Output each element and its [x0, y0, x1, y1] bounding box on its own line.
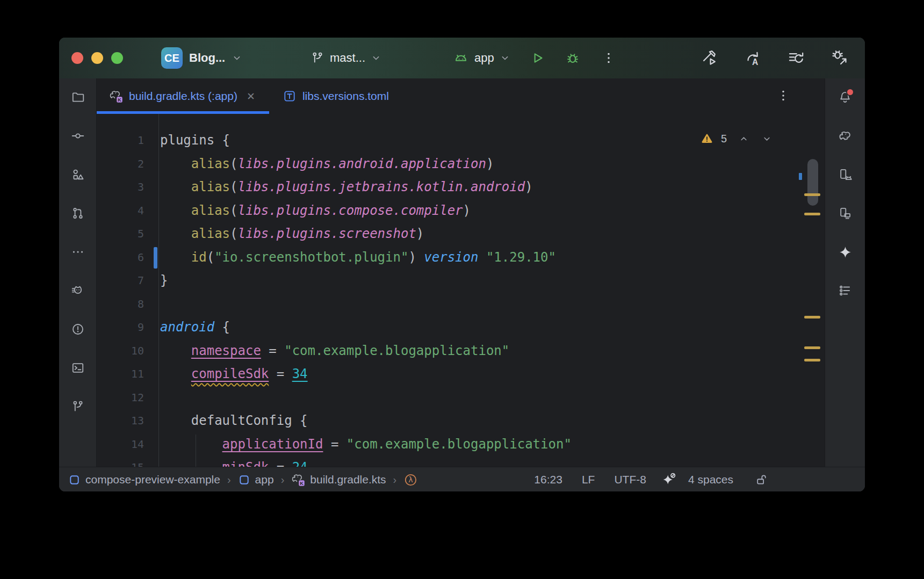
breadcrumb-file[interactable]: K build.gradle.kts — [291, 473, 386, 487]
warning-stripe-mark[interactable] — [804, 346, 820, 349]
module-icon — [68, 474, 81, 486]
line-number[interactable]: 8 — [97, 293, 144, 316]
module-icon — [238, 474, 250, 486]
code-line[interactable]: alias(libs.plugins.android.application) — [160, 153, 792, 176]
line-separator-widget[interactable]: LF — [582, 473, 595, 486]
code-line[interactable]: namespace = "com.example.blogapplication… — [160, 339, 792, 363]
vcs-change-marker[interactable] — [154, 247, 157, 269]
structure-button[interactable] — [838, 284, 852, 298]
gradle-button[interactable] — [838, 129, 852, 143]
logcat-button[interactable] — [71, 284, 85, 298]
apply-changes-button[interactable]: A — [743, 49, 762, 67]
line-number[interactable]: 6 — [97, 246, 144, 270]
unlock-icon[interactable] — [755, 473, 768, 487]
close-window-button[interactable] — [71, 52, 83, 64]
code-line[interactable]: alias(libs.plugins.compose.compiler) — [160, 199, 792, 223]
build-button[interactable] — [700, 49, 718, 67]
apply-code-changes-button[interactable] — [787, 49, 805, 67]
line-number[interactable]: 14 — [97, 433, 144, 457]
problems-button[interactable] — [71, 322, 85, 336]
breadcrumb-project[interactable]: compose-preview-example — [68, 473, 220, 486]
code-line[interactable]: applicationId = "com.example.blogapplica… — [160, 433, 792, 457]
more-actions-button[interactable] — [602, 51, 616, 65]
line-number[interactable]: 1 — [97, 129, 144, 153]
encoding-widget[interactable]: UTF-8 — [614, 473, 646, 486]
commit-icon — [71, 129, 85, 143]
ai-assistant-disabled-icon[interactable] — [661, 472, 676, 487]
run-button[interactable] — [530, 50, 545, 66]
code-lines[interactable]: plugins { alias(libs.plugins.android.app… — [160, 129, 792, 467]
line-number[interactable]: 13 — [97, 409, 144, 433]
tab-options-button[interactable] — [776, 87, 790, 104]
device-manager-icon — [838, 206, 852, 220]
line-number[interactable]: 4 — [97, 199, 144, 223]
code-line[interactable] — [160, 293, 792, 316]
line-number[interactable]: 5 — [97, 222, 144, 246]
chevron-down-icon — [232, 53, 242, 63]
title-bar: CE Blog... mast... app A — [59, 38, 865, 78]
code-line[interactable]: defaultConfig { — [160, 409, 792, 433]
running-devices-button[interactable] — [838, 168, 852, 182]
code-line[interactable]: compileSdk = 34 — [160, 363, 792, 386]
project-selector[interactable]: CE Blog... — [161, 47, 242, 69]
tab-libs-versions-toml[interactable]: libs.versions.toml — [270, 78, 403, 114]
code-line[interactable]: plugins { — [160, 129, 792, 153]
pull-requests-button[interactable] — [71, 206, 85, 220]
code-line[interactable] — [160, 386, 792, 410]
resource-manager-button[interactable] — [71, 168, 85, 182]
device-manager-button[interactable] — [838, 206, 852, 220]
breadcrumb-module[interactable]: app — [238, 473, 274, 486]
breadcrumb-label: build.gradle.kts — [310, 473, 386, 486]
code-line[interactable]: alias(libs.plugins.jetbrains.kotlin.andr… — [160, 176, 792, 199]
indent-widget[interactable]: 4 spaces — [688, 473, 733, 486]
problems-icon — [71, 322, 85, 336]
previous-problem-button[interactable] — [739, 134, 749, 144]
project-button[interactable] — [71, 90, 85, 104]
breadcrumbs: compose-preview-example › app › K build.… — [68, 467, 418, 491]
scrollbar-thumb[interactable] — [807, 159, 818, 206]
breadcrumb-label: app — [255, 473, 274, 486]
attach-debugger-button[interactable] — [831, 49, 849, 67]
warning-stripe-mark[interactable] — [804, 316, 820, 319]
line-number[interactable]: 12 — [97, 386, 144, 410]
chevron-down-icon — [371, 53, 381, 63]
line-number[interactable]: 11 — [97, 363, 144, 386]
warning-stripe-mark[interactable] — [804, 193, 820, 196]
inspection-widget[interactable]: 5 — [701, 132, 772, 145]
more-tool-windows-button[interactable] — [71, 245, 85, 259]
commit-button[interactable] — [71, 129, 85, 143]
line-number[interactable]: 7 — [97, 269, 144, 293]
version-control-button[interactable] — [71, 400, 85, 414]
close-tab-icon[interactable]: ✕ — [247, 90, 255, 103]
kotlin-script-icon[interactable]: λ — [403, 473, 418, 487]
change-stripe-mark[interactable] — [799, 173, 802, 180]
gemini-button[interactable] — [838, 245, 852, 259]
branch-selector[interactable]: mast... — [311, 47, 381, 69]
line-number[interactable]: 2 — [97, 153, 144, 176]
code-line[interactable]: android { — [160, 316, 792, 339]
line-number[interactable]: 10 — [97, 339, 144, 363]
project-name: Blog... — [189, 51, 225, 65]
chevron-down-icon[interactable] — [500, 53, 510, 63]
code-line[interactable]: } — [160, 269, 792, 293]
notifications-button[interactable] — [838, 90, 852, 104]
code-editor[interactable]: 123456789101112131415 plugins { alias(li… — [97, 114, 825, 467]
warning-stripe-mark[interactable] — [804, 359, 820, 361]
line-number[interactable]: 15 — [97, 456, 144, 467]
line-number-gutter[interactable]: 123456789101112131415 — [97, 129, 144, 467]
tab-build-gradle-kts[interactable]: K build.gradle.kts (:app) ✕ — [97, 78, 269, 114]
next-problem-button[interactable] — [762, 134, 772, 144]
version-control-icon — [71, 400, 85, 414]
code-line[interactable]: id("io.screenshotbot.plugin") version "1… — [160, 246, 792, 270]
zoom-window-button[interactable] — [111, 52, 123, 64]
run-configuration[interactable]: app — [474, 51, 494, 65]
terminal-button[interactable] — [71, 361, 85, 375]
warning-stripe-mark[interactable] — [804, 213, 820, 215]
line-number[interactable]: 3 — [97, 176, 144, 199]
debug-button[interactable] — [565, 50, 580, 66]
code-line[interactable]: alias(libs.plugins.screenshot) — [160, 222, 792, 246]
minimize-window-button[interactable] — [91, 52, 103, 64]
code-line[interactable]: minSdk = 24 — [160, 456, 792, 467]
line-number[interactable]: 9 — [97, 316, 144, 339]
clock-widget[interactable]: 16:23 — [534, 473, 562, 486]
